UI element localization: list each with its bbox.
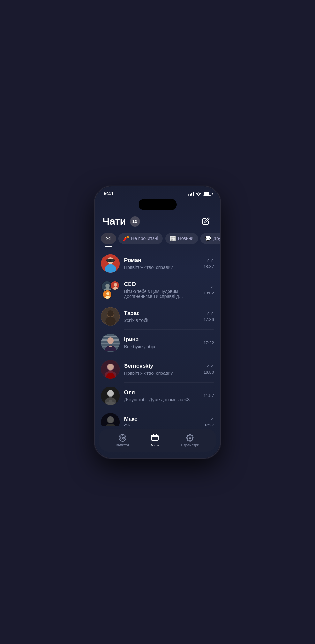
tab-unread-emoji: 🧨 xyxy=(123,235,129,242)
chat-item-roman[interactable]: Роман Привіт! Як твої справи? ✓✓ 18:37 xyxy=(95,250,220,277)
avatar-container-olya xyxy=(101,387,120,405)
nav-label-widgets: Віджети xyxy=(116,443,129,447)
chat-preview-ceo: Вітаю тебе з цим чудовим досягненням! Ти… xyxy=(124,289,199,299)
group-avatar-ceo xyxy=(101,281,120,299)
svg-point-4 xyxy=(111,259,114,262)
status-icons xyxy=(188,192,211,196)
maks-avatar-img xyxy=(101,413,120,426)
chat-item-maks[interactable]: Макс Ok. ✓ 07:37 xyxy=(95,409,220,426)
svg-point-44 xyxy=(122,437,123,438)
chat-preview-iryna: Все буде добре. xyxy=(124,344,199,349)
header: Чати 15 xyxy=(95,213,220,233)
avatar-roman xyxy=(101,254,120,273)
chat-meta-roman: ✓✓ 18:37 xyxy=(203,258,214,269)
edit-button[interactable] xyxy=(200,215,213,228)
chat-meta-iryna: 17:22 xyxy=(203,340,214,345)
chat-time-roman: 18:37 xyxy=(203,264,214,269)
chat-content-roman: Роман Привіт! Як твої справи? xyxy=(124,257,199,270)
chat-time-sernovskiy: 16:50 xyxy=(203,370,214,375)
page-title: Чати xyxy=(102,215,126,227)
chat-time-iryna: 17:22 xyxy=(203,340,214,345)
svg-point-48 xyxy=(189,437,191,439)
chat-list: Роман Привіт! Як твої справи? ✓✓ 18:37 xyxy=(95,249,220,426)
avatar-container-ceo xyxy=(101,281,120,299)
svg-point-7 xyxy=(105,284,110,288)
wifi-icon xyxy=(196,192,201,196)
chat-name-maks: Макс xyxy=(124,416,199,422)
tab-friends-label: Друзі xyxy=(213,236,220,241)
avatar-sernovskiy xyxy=(101,360,120,379)
tab-unread-label: Не прочитані xyxy=(131,236,158,241)
svg-point-13 xyxy=(106,292,109,295)
svg-point-10 xyxy=(114,283,117,287)
bottom-nav: Віджети Чати Параметри xyxy=(99,429,216,452)
checkmark-maks: ✓ xyxy=(210,416,214,422)
svg-point-35 xyxy=(107,390,114,396)
nav-item-widgets[interactable]: Віджети xyxy=(109,433,135,448)
svg-rect-47 xyxy=(151,435,158,440)
tab-news[interactable]: 📰 Новини xyxy=(165,233,198,244)
chat-content-iryna: Ірина Все буде добре. xyxy=(124,336,199,349)
chat-name-iryna: Ірина xyxy=(124,336,199,343)
avatar-olya xyxy=(101,387,120,405)
chat-item-ceo[interactable]: CEO Вітаю тебе з цим чудовим досягненням… xyxy=(95,277,220,303)
svg-rect-20 xyxy=(101,307,120,326)
chat-meta-sernovskiy: ✓✓ 16:50 xyxy=(203,364,214,375)
phone-screen: 9:41 xyxy=(95,186,220,458)
avatar-container-iryna xyxy=(101,334,120,352)
nav-item-settings[interactable]: Параметри xyxy=(175,433,206,448)
checkmark-sernovskiy: ✓✓ xyxy=(206,364,214,369)
chat-time-olya: 11:57 xyxy=(203,393,214,398)
filter-tabs: Усі 🧨 Не прочитані 📰 Новини 💬 Друзі xyxy=(95,233,220,249)
tab-friends[interactable]: 💬 Друзі xyxy=(200,233,220,244)
chat-preview-roman: Привіт! Як твої справи? xyxy=(124,265,199,270)
chat-preview-taras: Успіхів тобі! xyxy=(124,318,199,323)
avatar-container-roman xyxy=(101,254,120,273)
iryna-avatar-img xyxy=(101,334,120,352)
svg-point-39 xyxy=(107,416,114,423)
roman-avatar-img xyxy=(101,254,120,273)
sernovskiy-avatar-img xyxy=(101,360,120,379)
sub-avatar-ceo-3 xyxy=(102,290,112,299)
chat-name-ceo: CEO xyxy=(124,281,199,287)
avatar-container-maks xyxy=(101,413,120,426)
chat-item-olya[interactable]: Оля Дякую тобі. Дуже допомогла <3 11:57 xyxy=(95,383,220,409)
unread-badge: 15 xyxy=(130,216,140,227)
chat-name-roman: Роман xyxy=(124,257,199,264)
chat-time-ceo: 18:02 xyxy=(203,291,214,295)
chat-content-olya: Оля Дякую тобі. Дуже допомогла <3 xyxy=(124,389,199,402)
chat-name-sernovskiy: Sernovskiy xyxy=(124,363,199,369)
signal-icon xyxy=(188,192,194,196)
dynamic-island xyxy=(139,199,177,210)
tab-friends-emoji: 💬 xyxy=(205,235,211,242)
chat-item-taras[interactable]: Тарас Успіхів тобі! ✓✓ 17:36 xyxy=(95,303,220,329)
taras-avatar-img xyxy=(101,307,120,326)
svg-point-27 xyxy=(107,337,114,344)
status-bar: 9:41 xyxy=(95,186,220,199)
nav-item-chats[interactable]: Чати xyxy=(144,432,165,448)
chat-meta-ceo: ✓ 18:02 xyxy=(203,284,214,295)
chats-nav-icon xyxy=(151,434,159,442)
chat-item-iryna[interactable]: Ірина Все буде добре. 17:22 xyxy=(95,330,220,356)
chat-meta-olya: 11:57 xyxy=(203,393,214,398)
svg-point-3 xyxy=(107,259,110,262)
checkmark-ceo: ✓ xyxy=(210,284,214,289)
svg-point-31 xyxy=(107,364,114,370)
avatar-taras xyxy=(101,307,120,326)
checkmark-roman: ✓✓ xyxy=(206,258,214,263)
chat-content-ceo: CEO Вітаю тебе з цим чудовим досягненням… xyxy=(124,281,199,299)
nav-label-settings: Параметри xyxy=(181,443,199,447)
tab-unread[interactable]: 🧨 Не прочитані xyxy=(118,233,163,244)
avatar-container-taras xyxy=(101,307,120,326)
chat-item-sernovskiy[interactable]: Sernovskiy Привіт! Як твої справи? ✓✓ 16… xyxy=(95,356,220,382)
chat-content-taras: Тарас Успіхів тобі! xyxy=(124,310,199,323)
chat-content-maks: Макс Ok. xyxy=(124,416,199,426)
nav-label-chats: Чати xyxy=(151,443,159,447)
chat-name-olya: Оля xyxy=(124,389,199,396)
avatar-iryna xyxy=(101,334,120,352)
chat-time-taras: 17:36 xyxy=(203,317,214,322)
chat-preview-maks: Ok. xyxy=(124,423,199,426)
header-left: Чати 15 xyxy=(102,215,140,227)
sub-avatar-ceo-2 xyxy=(110,281,120,290)
tab-all[interactable]: Усі xyxy=(101,233,116,244)
